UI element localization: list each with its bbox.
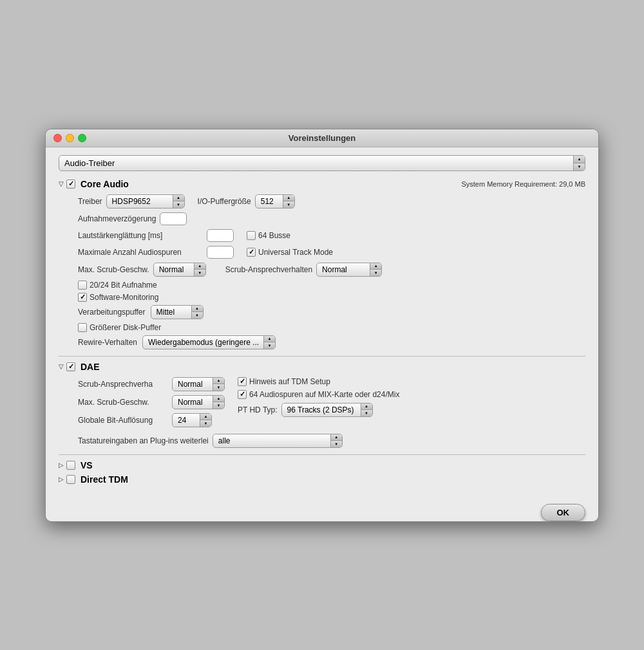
treiber-stepper: ▲ ▼: [173, 195, 184, 208]
keyboard-input-label: Tastatureingaben an Plug-ins weiterlei: [78, 436, 209, 445]
audio64-label: 64 Audiospuren auf MIX-Karte oder d24/Mi…: [249, 390, 399, 399]
minimize-button[interactable]: [66, 134, 74, 142]
dae-title: DAE: [80, 362, 100, 372]
audio-driver-up[interactable]: ▲: [574, 156, 585, 163]
window-title: Voreinstellungen: [289, 133, 356, 143]
treiber-down[interactable]: ▼: [173, 201, 184, 208]
volume-smooth-label: Lautstärkenglättung [ms]: [78, 231, 207, 240]
scrub-response-down[interactable]: ▼: [370, 270, 381, 276]
dae-global-bit-up[interactable]: ▲: [200, 414, 211, 421]
keyboard-input-select[interactable]: alle: [213, 434, 342, 447]
direct-tdm-checkbox[interactable]: [66, 475, 75, 484]
busse64-label: 64 Busse: [258, 231, 290, 240]
scrub-response-up[interactable]: ▲: [370, 263, 381, 270]
software-monitoring-checkbox[interactable]: [78, 293, 87, 302]
section-divider-2: [59, 454, 585, 455]
pt-hd-stepper: ▲ ▼: [361, 404, 372, 416]
audio-driver-down[interactable]: ▼: [574, 163, 585, 171]
bigger-disk-checkbox[interactable]: [78, 323, 87, 332]
rewire-row: Rewire-Verhalten Wiedergabemodus (gering…: [78, 335, 585, 349]
audio-driver-select-wrap: Audio-Treiber ▲ ▼: [59, 155, 585, 171]
treiber-up[interactable]: ▲: [173, 195, 184, 202]
main-window: Voreinstellungen Audio-Treiber ▲ ▼ ▽ Cor…: [45, 129, 599, 522]
processing-buffer-up[interactable]: ▲: [192, 306, 203, 313]
rewire-select-wrap: Wiedergabemodus (geringere ... ▲ ▼: [142, 335, 276, 349]
scrub-speed-up[interactable]: ▲: [194, 263, 205, 270]
scrub-speed-stepper: ▲ ▼: [194, 263, 205, 276]
core-audio-checkbox[interactable]: [66, 180, 75, 189]
scrub-response-select-wrap: Normal ▲ ▼: [316, 263, 382, 277]
processing-buffer-select-wrap: Mittel ▲ ▼: [151, 305, 204, 319]
ok-button[interactable]: OK: [541, 504, 586, 521]
keyboard-input-up[interactable]: ▲: [331, 434, 342, 441]
dae-section: ▽ DAE Scrub-Ansprechverha Normal: [59, 362, 585, 448]
universal-track-checkbox[interactable]: [247, 248, 256, 257]
universal-track-label: Universal Track Mode: [258, 248, 333, 257]
rewire-up[interactable]: ▲: [264, 336, 275, 343]
bigger-disk-label: Größerer Disk-Puffer: [90, 323, 161, 332]
io-buffer-down[interactable]: ▼: [283, 201, 294, 208]
dae-scrub-speed-stepper: ▲ ▼: [213, 396, 224, 409]
pt-hd-down[interactable]: ▼: [361, 410, 372, 416]
volume-smooth-input[interactable]: 50: [207, 230, 233, 241]
dae-checkbox[interactable]: [66, 362, 75, 371]
rewire-label: Rewire-Verhalten: [78, 338, 137, 347]
busse64-checkbox[interactable]: [247, 231, 256, 240]
dae-global-bit-stepper: ▲ ▼: [200, 414, 211, 427]
audio64-row: 64 Audiospuren auf MIX-Karte oder d24/Mi…: [238, 390, 585, 399]
scrub-speed-down[interactable]: ▼: [194, 270, 205, 276]
direct-tdm-header: ▷ Direct TDM: [59, 474, 585, 485]
processing-buffer-down[interactable]: ▼: [192, 312, 203, 319]
core-audio-collapse[interactable]: ▽: [59, 180, 66, 187]
direct-tdm-collapse[interactable]: ▷: [59, 476, 66, 483]
io-buffer-up[interactable]: ▲: [283, 195, 294, 202]
core-audio-title: Core Audio: [80, 179, 129, 189]
vs-collapse[interactable]: ▷: [59, 461, 66, 469]
volume-smooth-row: Lautstärkenglättung [ms] 50 64 Busse: [78, 229, 585, 242]
pt-hd-row: PT HD Typ: 96 Tracks (2 DSPs) ▲ ▼: [238, 403, 585, 417]
scrub-speed-label: Max. Scrub-Geschw.: [78, 265, 149, 274]
rewire-down[interactable]: ▼: [264, 342, 275, 349]
treiber-label: Treiber: [78, 197, 102, 206]
max-audio-input[interactable]: 24: [207, 246, 233, 258]
scrub-row: Max. Scrub-Geschw. Normal ▲ ▼ Scrub-Ansp…: [78, 263, 585, 277]
dae-global-bit-down[interactable]: ▼: [200, 420, 211, 427]
dae-collapse[interactable]: ▽: [59, 363, 66, 370]
keyboard-input-down[interactable]: ▼: [331, 441, 342, 447]
rewire-select[interactable]: Wiedergabemodus (geringere ...: [143, 336, 275, 349]
bit2024-row: 20/24 Bit Aufnahme: [78, 281, 585, 290]
processing-buffer-stepper: ▲ ▼: [191, 306, 203, 319]
dae-scrub-speed-down[interactable]: ▼: [213, 402, 224, 409]
dae-scrub-speed-select-wrap: Normal ▲ ▼: [172, 395, 225, 409]
scrub-speed-select-wrap: Normal ▲ ▼: [153, 263, 206, 277]
close-button[interactable]: [53, 134, 62, 142]
audio64-checkbox[interactable]: [238, 390, 247, 399]
audio-driver-select[interactable]: Audio-Treiber: [59, 156, 585, 171]
vs-checkbox[interactable]: [66, 461, 75, 470]
treiber-select-wrap: HDSP9652 ▲ ▼: [106, 194, 185, 209]
treiber-row: Treiber HDSP9652 ▲ ▼ I/O-Puffergröße 512: [78, 194, 585, 209]
bit2024-checkbox[interactable]: [78, 281, 87, 290]
dae-global-bit-select-wrap: 24 ▲ ▼: [172, 413, 212, 427]
audio-driver-stepper: ▲ ▼: [573, 156, 585, 171]
record-delay-input[interactable]: 0: [160, 213, 186, 225]
zoom-button[interactable]: [78, 134, 86, 142]
dae-global-bit-row: Globale Bit-Auflösung 24 ▲ ▼: [78, 413, 225, 427]
dae-left: Scrub-Ansprechverha Normal ▲ ▼: [78, 377, 225, 431]
io-buffer-stepper: ▲ ▼: [283, 195, 294, 208]
hinweis-row: Hinweis auf TDM Setup: [238, 377, 585, 386]
hinweis-checkbox[interactable]: [238, 377, 247, 386]
direct-tdm-title: Direct TDM: [80, 474, 128, 485]
dae-scrub-speed-up[interactable]: ▲: [213, 396, 224, 403]
dae-scrub-speed-label: Max. Scrub-Geschw.: [78, 398, 168, 407]
vs-title: VS: [80, 460, 93, 470]
pt-hd-select[interactable]: 96 Tracks (2 DSPs): [282, 404, 372, 416]
dae-right: Hinweis auf TDM Setup 64 Audiospuren auf…: [238, 377, 585, 431]
dae-header: ▽ DAE: [59, 362, 585, 372]
pt-hd-up[interactable]: ▲: [361, 404, 372, 411]
core-audio-section: ▽ Core Audio System Memory Requirement: …: [59, 179, 585, 349]
max-audio-row: Maximale Anzahl Audiospuren 24 Universal…: [78, 246, 585, 259]
keyboard-input-row: Tastatureingaben an Plug-ins weiterlei a…: [78, 434, 585, 448]
dae-scrub-response-down[interactable]: ▼: [213, 384, 224, 391]
dae-scrub-response-up[interactable]: ▲: [213, 378, 224, 385]
